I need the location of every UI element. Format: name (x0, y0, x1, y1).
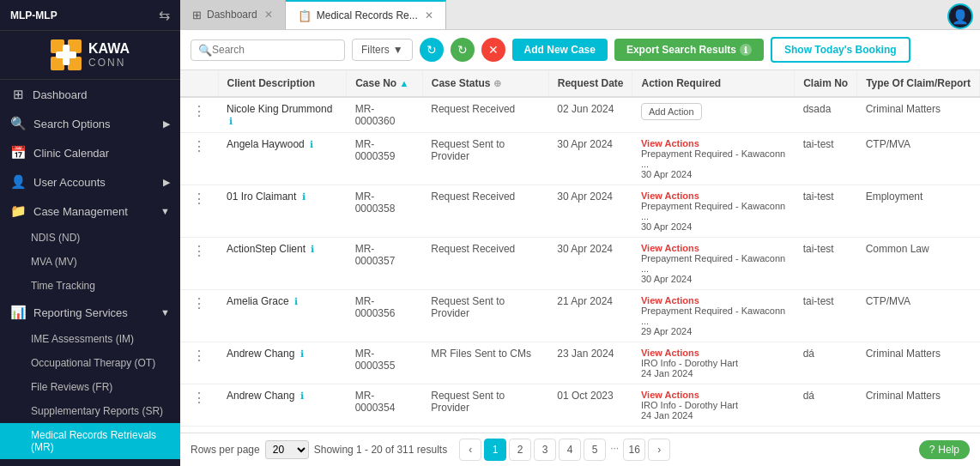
view-actions-link[interactable]: View Actions (641, 138, 786, 148)
page-4-button[interactable]: 4 (559, 439, 581, 461)
table-row: ⋮ ActionStep Client ℹ MR-0000357 Request… (180, 238, 980, 290)
table-area: Client Description Case No ▲ Case Status… (180, 70, 980, 433)
client-info-icon: ℹ (300, 390, 304, 401)
col-claim: Claim No (795, 70, 857, 97)
logo-icon (51, 39, 82, 70)
page-5-button[interactable]: 5 (584, 439, 606, 461)
claim-number: tai-test (803, 243, 834, 255)
sidebar-item-search-options-label: Search Options (33, 118, 111, 130)
client-cell: 01 Iro Claimant ℹ (218, 185, 347, 238)
next-page-button[interactable]: › (648, 439, 670, 461)
client-info-icon: ℹ (302, 191, 305, 202)
client-info-icon: ℹ (294, 296, 298, 306)
view-actions-link[interactable]: View Actions (641, 390, 786, 400)
page-2-button[interactable]: 2 (509, 439, 531, 461)
rows-per-page-select[interactable]: 20 50 100 (265, 440, 309, 459)
sidebar-item-clinic-calendar[interactable]: 📅 Clinic Calendar (0, 138, 180, 167)
sidebar-item-time-tracking[interactable]: Time Tracking (0, 274, 180, 298)
row-menu-icon[interactable]: ⋮ (189, 244, 209, 258)
refresh-blue-button[interactable]: ↻ (420, 38, 444, 62)
row-menu-icon[interactable]: ⋮ (189, 348, 209, 363)
svg-rect-2 (51, 57, 64, 70)
sidebar-item-user-accounts[interactable]: 👤 User Accounts ▶ (0, 167, 180, 197)
sidebar-item-mrr-label: Medical Records Retrievals (MR) (31, 429, 170, 453)
mrr-tab-close[interactable]: ✕ (425, 9, 433, 21)
sidebar-item-mva[interactable]: MVA (MV) (0, 250, 180, 274)
reporting-services-arrow: ▼ (160, 307, 170, 318)
sidebar-toggle-icon[interactable]: ⇆ (159, 7, 170, 23)
row-menu-icon[interactable]: ⋮ (189, 390, 209, 405)
export-search-results-button[interactable]: Export Search Results ℹ (614, 39, 764, 61)
tab-dashboard[interactable]: ⊞ Dashboard ✕ (180, 0, 286, 29)
sidebar-item-mnt[interactable]: Medical Negligence Triage (MN) (0, 459, 180, 466)
filter-button[interactable]: Filters ▼ (352, 39, 413, 61)
search-options-arrow: ▶ (163, 118, 170, 130)
page-1-button[interactable]: 1 (484, 439, 506, 461)
claim-no-cell: tai-test (795, 290, 857, 342)
action-detail-1: Prepayment Required - Kawaconn ... (641, 306, 786, 326)
sidebar-item-ime[interactable]: IME Assessments (IM) (0, 327, 180, 351)
sidebar-item-reporting-services[interactable]: 📊 Reporting Services ▼ (0, 298, 180, 327)
client-name: Angela Haywood (227, 138, 305, 150)
page-3-button[interactable]: 3 (534, 439, 556, 461)
help-icon: ? (929, 444, 935, 456)
col-date: Request Date (548, 70, 632, 97)
case-no-cell: MR-0000355 (347, 342, 423, 384)
sidebar-item-search-options[interactable]: 🔍 Search Options ▶ (0, 109, 180, 138)
view-actions-link[interactable]: View Actions (641, 295, 786, 306)
case-no-cell: MR-0000353 (347, 427, 423, 433)
view-actions-link[interactable]: View Actions (641, 191, 786, 201)
claim-number: tai-test (803, 295, 834, 307)
action-cell: View Actions IRO Info - Dorothy Hart 24 … (632, 427, 795, 433)
status-cell: Request Received (422, 427, 548, 433)
add-new-case-button[interactable]: Add New Case (512, 39, 608, 61)
logo-subtext: CONN (88, 57, 130, 69)
sidebar-item-ndis[interactable]: NDIS (ND) (0, 226, 180, 250)
report-type-cell: Employment (857, 185, 980, 238)
tab-mrr[interactable]: 📋 Medical Records Re... ✕ (286, 0, 446, 29)
action-cell: View Actions IRO Info - Dorothy Hart 24 … (632, 342, 795, 384)
row-menu-icon[interactable]: ⋮ (189, 296, 209, 311)
prev-page-button[interactable]: ‹ (459, 439, 481, 461)
row-menu-icon[interactable]: ⋮ (189, 191, 209, 206)
action-detail-1: Prepayment Required - Kawaconn ... (641, 253, 786, 274)
sidebar-item-file-reviews[interactable]: File Reviews (FR) (0, 375, 180, 399)
case-status: MR Files Sent to CMs (431, 348, 531, 360)
sidebar-item-case-management[interactable]: 📁 Case Management ▼ (0, 197, 180, 226)
view-actions-link[interactable]: View Actions (641, 243, 786, 253)
sidebar-item-case-management-label: Case Management (33, 205, 128, 218)
case-status: Request Received (431, 103, 515, 115)
action-detail-2: 29 Apr 2024 (641, 326, 786, 336)
page-16-button[interactable]: 16 (623, 439, 645, 461)
report-type-text: Criminal Matters (866, 390, 941, 402)
sidebar-item-ime-label: IME Assessments (IM) (31, 333, 134, 345)
client-cell: Nicole King Drummond ℹ (218, 97, 347, 133)
show-todays-booking-button[interactable]: Show Today's Booking (771, 37, 910, 63)
clear-button[interactable]: ✕ (481, 38, 505, 62)
row-menu-icon[interactable]: ⋮ (189, 139, 209, 154)
search-box: 🔍 (191, 39, 345, 61)
help-button[interactable]: ? Help (919, 440, 970, 459)
sidebar-item-dashboard[interactable]: ⊞ Dashboard (0, 80, 180, 109)
pagination-dots: ··· (608, 439, 620, 461)
add-action-button[interactable]: Add Action (641, 103, 702, 120)
sidebar-item-supplementary[interactable]: Supplementary Reports (SR) (0, 399, 180, 423)
claim-number: dsada (803, 103, 832, 115)
case-number: MR-0000357 (355, 243, 396, 267)
report-type-text: CTP/MVA (866, 295, 910, 307)
client-cell: Andrew Chang ℹ (218, 427, 347, 433)
view-actions-link[interactable]: View Actions (641, 348, 786, 358)
help-label: Help (938, 444, 959, 456)
case-status: Request Sent to Provider (431, 390, 505, 414)
sidebar-item-supplementary-label: Supplementary Reports (SR) (31, 405, 163, 417)
refresh-green-button[interactable]: ↻ (451, 38, 475, 62)
user-avatar[interactable]: 👤 (947, 3, 973, 29)
sidebar-item-ot[interactable]: Occupational Therapy (OT) (0, 351, 180, 375)
claim-number: dá (803, 348, 814, 360)
case-status: Request Sent to Provider (431, 138, 505, 162)
request-date: 30 Apr 2024 (557, 191, 613, 203)
sidebar-item-mrr[interactable]: Medical Records Retrievals (MR) (0, 423, 180, 459)
row-menu-icon[interactable]: ⋮ (189, 104, 209, 118)
dashboard-tab-close[interactable]: ✕ (264, 9, 273, 21)
search-input[interactable] (212, 44, 337, 56)
